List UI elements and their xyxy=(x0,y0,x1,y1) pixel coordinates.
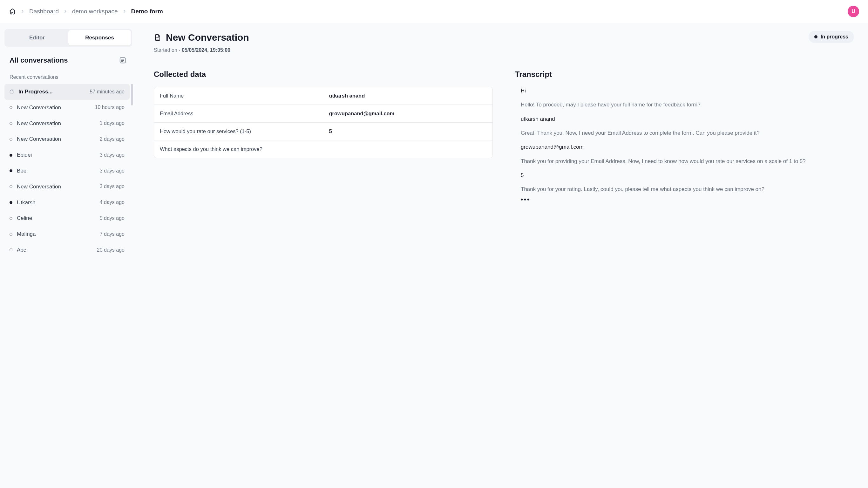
table-row: Email Addressgrowupanand@gmail.com xyxy=(154,105,492,123)
field-label: What aspects do you think we can improve… xyxy=(154,141,323,158)
status-label: In progress xyxy=(821,33,848,40)
conversation-item[interactable]: New Conversation3 days ago xyxy=(4,179,130,195)
field-label: How would you rate our services? (1-5) xyxy=(154,123,323,140)
conversation-item[interactable]: New Conversation10 hours ago xyxy=(4,100,130,116)
tab-responses[interactable]: Responses xyxy=(68,30,131,45)
bot-message: Thank you for your rating. Lastly, could… xyxy=(521,185,854,193)
collected-data-heading: Collected data xyxy=(154,69,493,80)
transcript-heading: Transcript xyxy=(515,69,854,80)
typing-indicator-icon: ••• xyxy=(521,197,854,202)
avatar[interactable]: U xyxy=(848,6,859,17)
avatar-initial: U xyxy=(851,8,855,15)
user-message: utkarsh anand xyxy=(521,115,854,123)
section-label-recent: Recent conversations xyxy=(4,71,132,84)
conversation-item[interactable]: New Conversation1 days ago xyxy=(4,116,130,131)
status-dot-icon xyxy=(9,233,12,236)
chevron-right-icon xyxy=(122,9,127,14)
chevron-right-icon xyxy=(63,9,68,14)
conversation-item[interactable]: New Conversation2 days ago xyxy=(4,131,130,147)
bot-message: Thank you for providing your Email Addre… xyxy=(521,157,854,165)
conversation-title: Malinga xyxy=(17,230,36,238)
chevron-right-icon xyxy=(20,9,25,14)
field-value xyxy=(323,141,493,158)
table-row: How would you rate our services? (1-5)5 xyxy=(154,123,492,141)
conversation-title: Abc xyxy=(17,246,26,254)
list-view-icon[interactable] xyxy=(118,56,127,65)
user-message: growupanand@gmail.com xyxy=(521,143,854,151)
breadcrumb: Dashboard demo workspace Demo form xyxy=(9,7,163,16)
conversation-time: 7 days ago xyxy=(100,231,125,238)
status-dot-icon xyxy=(9,248,12,251)
table-row: What aspects do you think we can improve… xyxy=(154,141,492,158)
conversation-title: Celine xyxy=(17,214,32,222)
conversation-title: Bee xyxy=(17,167,26,175)
conversation-time: 20 days ago xyxy=(97,247,125,253)
conversation-item[interactable]: In Progress...57 minutes ago xyxy=(4,84,130,100)
user-message: 5 xyxy=(521,171,854,180)
conversation-list: In Progress...57 minutes agoNew Conversa… xyxy=(4,84,132,258)
document-icon xyxy=(154,34,161,41)
tab-editor[interactable]: Editor xyxy=(6,30,68,45)
status-dot-icon xyxy=(9,122,12,125)
status-dot-icon xyxy=(9,201,12,204)
breadcrumb-dashboard[interactable]: Dashboard xyxy=(29,7,59,16)
conversation-item[interactable]: Utkarsh4 days ago xyxy=(4,195,130,211)
conversation-item[interactable]: Bee3 days ago xyxy=(4,163,130,179)
conversation-time: 10 hours ago xyxy=(95,104,125,111)
transcript: HiHello! To proceed, may I please have y… xyxy=(515,87,854,202)
conversation-item[interactable]: Celine5 days ago xyxy=(4,210,130,226)
conversation-item[interactable]: Malinga7 days ago xyxy=(4,226,130,242)
conversation-title: New Conversation xyxy=(17,183,61,191)
bot-message: Great! Thank you. Now, I need your Email… xyxy=(521,129,854,137)
conversation-title: In Progress... xyxy=(19,88,53,96)
sidebar-title: All conversations xyxy=(9,56,68,65)
breadcrumb-workspace[interactable]: demo workspace xyxy=(72,7,118,16)
breadcrumb-current: Demo form xyxy=(131,7,163,16)
scrollbar-thumb[interactable] xyxy=(131,84,133,105)
status-dot-icon xyxy=(9,217,12,220)
bot-message: Hello! To proceed, may I please have you… xyxy=(521,101,854,109)
started-timestamp: Started on - 05/05/2024, 19:05:00 xyxy=(154,47,249,54)
loading-spinner-icon xyxy=(9,90,14,94)
home-icon[interactable] xyxy=(9,8,16,15)
status-dot-icon xyxy=(9,169,12,172)
conversation-item[interactable]: Abc20 days ago xyxy=(4,242,130,258)
collected-data-table: Full Nameutkarsh anandEmail Addressgrowu… xyxy=(154,87,493,158)
conversation-title: New Conversation xyxy=(17,104,61,112)
conversation-title: New Conversation xyxy=(17,120,61,127)
conversation-time: 3 days ago xyxy=(100,152,125,158)
field-label: Email Address xyxy=(154,105,323,122)
status-dot-icon xyxy=(9,106,12,109)
status-dot-icon xyxy=(9,185,12,188)
conversation-time: 1 days ago xyxy=(100,120,125,127)
conversation-time: 3 days ago xyxy=(100,183,125,190)
tab-switch: Editor Responses xyxy=(4,29,132,47)
field-label: Full Name xyxy=(154,87,323,104)
conversation-item[interactable]: Ebidei3 days ago xyxy=(4,147,130,163)
field-value: 5 xyxy=(323,123,493,140)
status-dot-icon xyxy=(814,35,817,38)
conversation-time: 5 days ago xyxy=(100,215,125,222)
user-message: Hi xyxy=(521,87,854,95)
conversation-title: Utkarsh xyxy=(17,199,36,207)
status-dot-icon xyxy=(9,154,12,157)
conversation-time: 2 days ago xyxy=(100,136,125,143)
conversation-time: 57 minutes ago xyxy=(90,88,125,95)
conversation-title: Ebidei xyxy=(17,151,32,159)
page-title: New Conversation xyxy=(166,31,249,44)
conversation-time: 3 days ago xyxy=(100,167,125,175)
field-value: utkarsh anand xyxy=(323,87,493,104)
status-dot-icon xyxy=(9,138,12,141)
status-badge: In progress xyxy=(809,31,854,43)
conversation-title: New Conversation xyxy=(17,135,61,143)
field-value: growupanand@gmail.com xyxy=(323,105,493,122)
table-row: Full Nameutkarsh anand xyxy=(154,87,492,105)
conversation-time: 4 days ago xyxy=(100,199,125,206)
